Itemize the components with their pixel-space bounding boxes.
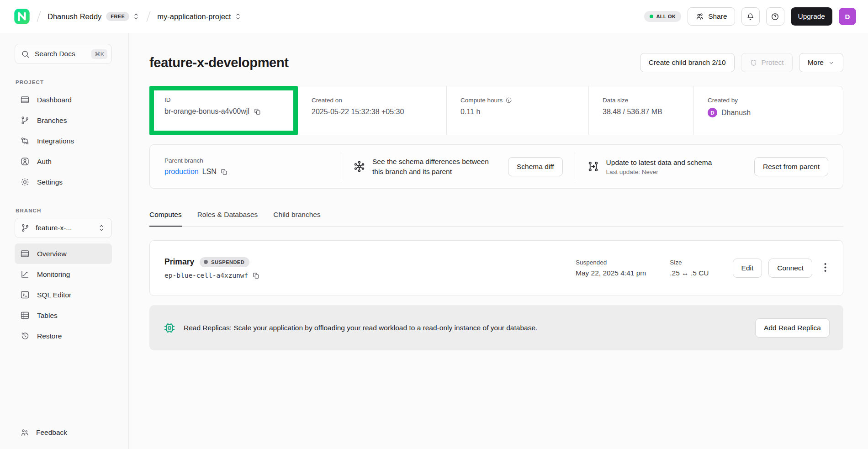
sidebar-item-monitoring[interactable]: Monitoring	[15, 264, 112, 285]
share-button[interactable]: Share	[688, 7, 735, 26]
info-icon[interactable]	[505, 97, 512, 104]
add-read-replica-button[interactable]: Add Read Replica	[755, 318, 830, 338]
notifications-button[interactable]	[741, 7, 760, 26]
sidebar-item-label: Integrations	[37, 137, 74, 145]
id-label: ID	[164, 96, 293, 103]
compute-status-badge: SUSPENDED	[200, 257, 249, 267]
sidebar-item-label: Overview	[37, 250, 67, 258]
suspended-stat: Suspended May 22, 2025 4:41 pm	[576, 259, 646, 277]
integrations-icon	[20, 136, 30, 146]
compute-hours-label: Compute hours	[460, 97, 503, 104]
sidebar-item-label: Tables	[37, 312, 58, 320]
project-switcher-chevrons-icon[interactable]	[234, 12, 242, 21]
compute-hours-cell: Compute hours 0.11 h	[446, 86, 588, 135]
size-label: Size	[670, 259, 709, 266]
parent-branch-link[interactable]: production	[164, 168, 199, 176]
reset-from-parent-label: Reset from parent	[763, 163, 820, 171]
endpoint-id: ep-blue-cell-a4xzunwf	[164, 272, 248, 279]
neon-logo-icon[interactable]	[14, 8, 30, 25]
parent-branch-label: Parent branch	[164, 157, 341, 164]
compute-hours-value: 0.11 h	[460, 108, 588, 116]
breadcrumb-org[interactable]: Dhanush Reddy	[48, 12, 101, 21]
size-value: .25 ↔ .5 CU	[670, 269, 709, 277]
breadcrumb-slash-icon	[35, 9, 43, 24]
created-by-cell: Created by D Dhanush	[693, 86, 843, 135]
project-section-title: PROJECT	[16, 79, 112, 85]
reset-from-parent-button[interactable]: Reset from parent	[754, 157, 828, 176]
sidebar-item-restore[interactable]: Restore	[15, 326, 112, 346]
compute-row: Primary SUSPENDED ep-blue-cell-a4xzunwf	[149, 240, 843, 296]
chevron-down-icon	[828, 59, 835, 66]
connect-button[interactable]: Connect	[768, 259, 812, 278]
main-content: feature-x-development Create child branc…	[129, 33, 868, 449]
compute-name: Primary	[164, 257, 194, 267]
tab-child-branches[interactable]: Child branches	[273, 211, 320, 227]
data-size-value: 38.48 / 536.87 MB	[603, 108, 693, 116]
compute-menu-button[interactable]	[822, 260, 828, 277]
chevrons-up-down-icon	[97, 223, 106, 232]
sidebar-item-tables[interactable]: Tables	[15, 305, 112, 326]
people-icon	[695, 12, 704, 21]
sidebar-item-label: Auth	[37, 158, 52, 166]
protect-button[interactable]: Protect	[741, 53, 793, 72]
status-dot-icon	[650, 15, 653, 18]
data-size-label: Data size	[603, 97, 693, 104]
sidebar-item-branches[interactable]: Branches	[15, 110, 112, 131]
sidebar-item-integrations[interactable]: Integrations	[15, 131, 112, 151]
sidebar-item-dashboard[interactable]: Dashboard	[15, 90, 112, 110]
sidebar-item-label: Settings	[37, 178, 63, 186]
schema-diff-button[interactable]: Schema diff	[508, 157, 563, 176]
sidebar-item-label: SQL Editor	[37, 291, 71, 299]
copy-icon	[252, 272, 260, 280]
suspended-label: Suspended	[576, 259, 646, 266]
top-header: Dhanush Reddy FREE my-application-projec…	[0, 0, 868, 33]
create-child-branch-label: Create child branch 2/10	[649, 58, 726, 67]
connect-label: Connect	[777, 264, 804, 272]
upgrade-button[interactable]: Upgrade	[791, 7, 832, 26]
help-button[interactable]	[766, 7, 784, 26]
lsn-label: LSN	[202, 168, 217, 176]
tab-computes[interactable]: Computes	[149, 211, 182, 227]
copy-endpoint-id-button[interactable]	[252, 272, 260, 280]
branch-section-title: BRANCH	[16, 208, 112, 213]
reset-icon	[587, 160, 599, 173]
read-replicas-banner: Read Replicas: Scale your application by…	[149, 305, 843, 350]
compute-status-label: SUSPENDED	[211, 259, 244, 265]
schema-diff-description: See the schema differences between this …	[372, 157, 501, 176]
more-label: More	[808, 58, 824, 67]
help-icon	[771, 12, 779, 21]
read-replicas-message: Read Replicas: Scale your application by…	[184, 324, 537, 332]
size-stat: Size .25 ↔ .5 CU	[670, 259, 709, 277]
tables-icon	[20, 311, 30, 320]
sidebar: Search Docs ⌘K PROJECT Dashboard Branche…	[0, 33, 129, 449]
dashboard-icon	[20, 95, 30, 105]
tab-bar: Computes Roles & Databases Child branche…	[149, 211, 843, 227]
sidebar-item-settings[interactable]: Settings	[15, 172, 112, 192]
gear-icon	[20, 177, 30, 187]
sidebar-item-auth[interactable]: Auth	[15, 151, 112, 172]
user-avatar[interactable]: D	[839, 8, 856, 25]
branch-selector-value: feature-x-...	[36, 224, 72, 232]
status-badge[interactable]: ALL OK	[644, 11, 682, 22]
org-switcher-chevrons-icon[interactable]	[132, 12, 140, 21]
copy-branch-id-button[interactable]	[254, 108, 261, 116]
edit-button[interactable]: Edit	[733, 259, 762, 278]
suspended-value: May 22, 2025 4:41 pm	[576, 269, 646, 277]
search-input[interactable]: Search Docs ⌘K	[15, 44, 112, 64]
tab-roles-databases[interactable]: Roles & Databases	[197, 211, 258, 227]
sidebar-item-sql-editor[interactable]: SQL Editor	[15, 285, 112, 305]
create-child-branch-button[interactable]: Create child branch 2/10	[640, 53, 735, 72]
created-by-value: Dhanush	[721, 109, 751, 117]
branch-selector[interactable]: feature-x-...	[15, 218, 112, 238]
sidebar-item-overview[interactable]: Overview	[15, 243, 112, 264]
search-icon	[21, 50, 30, 58]
copy-lsn-button[interactable]	[220, 168, 228, 176]
search-shortcut: ⌘K	[91, 49, 107, 59]
schema-diff-label: Schema diff	[517, 163, 554, 171]
share-label: Share	[708, 12, 727, 21]
feedback-icon	[20, 428, 29, 437]
feedback-button[interactable]: Feedback	[15, 428, 112, 437]
upgrade-label: Upgrade	[798, 12, 825, 21]
more-button[interactable]: More	[799, 53, 843, 72]
breadcrumb-project[interactable]: my-application-project	[157, 12, 231, 21]
